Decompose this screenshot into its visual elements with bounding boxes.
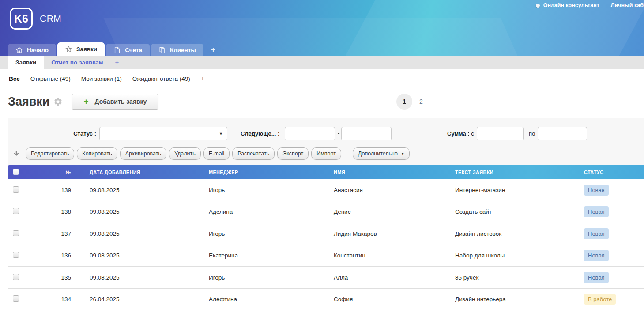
delete-button[interactable]: Удалить: [169, 147, 201, 160]
row-checkbox[interactable]: [13, 295, 19, 302]
add-view-filter-button[interactable]: +: [201, 75, 204, 82]
table-row[interactable]: 13609.08.2025ЕкатеринаКонстантинНабор дл…: [8, 245, 644, 267]
sum-from-word: с: [471, 130, 474, 137]
view-filter-open[interactable]: Открытые (49): [30, 76, 71, 82]
brand-name: CRM: [40, 13, 61, 24]
sum-to-word: по: [529, 130, 535, 138]
next-from-input[interactable]: [285, 127, 335, 140]
online-status-dot: [536, 4, 540, 8]
tab-label: Клиенты: [170, 47, 196, 53]
add-request-button[interactable]: + Добавить заявку: [72, 94, 158, 110]
new-tab-button[interactable]: +: [205, 45, 222, 56]
request-status-cell: Новая: [584, 185, 644, 196]
request-manager: Игорь: [209, 231, 334, 237]
tab-label: Заявки: [76, 46, 97, 53]
personal-account-link[interactable]: Личный кабинет: [611, 2, 644, 8]
status-filter-label: Статус :: [66, 130, 96, 138]
table-row[interactable]: 13709.08.2025ИгорьЛидия МакаровДизайн ли…: [8, 223, 644, 245]
table-row[interactable]: 13909.08.2025ИгорьАнастасияИнтернет-мага…: [8, 179, 644, 201]
sum-from-input[interactable]: [477, 127, 524, 140]
column-header-2: ДАТА ДОБАВЛЕНИЯ: [76, 170, 209, 175]
row-checkbox[interactable]: [13, 186, 19, 193]
edit-button[interactable]: Редактировать: [26, 147, 74, 160]
view-filter-all[interactable]: Все: [9, 76, 20, 82]
more-actions-label: Дополнительно: [358, 151, 398, 157]
online-consultant-link[interactable]: Онлайн консультант: [536, 2, 599, 8]
request-text: 85 ручек: [455, 274, 584, 281]
table-row[interactable]: 13426.04.2025АлефтинаСофияДизайн интерье…: [8, 289, 644, 310]
request-name: София: [334, 296, 455, 302]
column-header-4: ИМЯ: [334, 170, 455, 175]
request-number: 135: [34, 274, 76, 281]
request-date: 09.08.2025: [76, 231, 209, 237]
app-header: K6 CRM Онлайн консультант Личный кабинет…: [0, 0, 644, 56]
star-icon: [65, 45, 72, 53]
title-row: Заявки + Добавить заявку 12: [0, 92, 644, 111]
status-badge: В работе: [584, 294, 616, 305]
pagination: 12: [396, 92, 423, 111]
request-status-cell: Новая: [584, 272, 644, 283]
main-tabs: НачалоЗаявкиСчетаКлиенты+: [8, 42, 222, 56]
requests-table: №ДАТА ДОБАВЛЕНИЯМЕНЕДЖЕРИМЯТЕКСТ ЗАЯВКИС…: [8, 165, 644, 310]
tab-start[interactable]: Начало: [8, 44, 56, 56]
request-manager: Алефтина: [209, 296, 334, 302]
request-status-cell: Новая: [584, 250, 644, 261]
email-button[interactable]: E-mail: [203, 147, 230, 160]
app-logo: K6 CRM: [10, 8, 61, 30]
tab-invoices[interactable]: Счета: [106, 44, 150, 56]
tab-clients[interactable]: Клиенты: [151, 44, 203, 56]
view-filter-awaiting[interactable]: Ожидают ответа (49): [132, 76, 190, 82]
row-checkbox[interactable]: [13, 208, 19, 214]
table-row[interactable]: 13809.08.2025АделинаДенисСоздать сайтНов…: [8, 201, 644, 223]
request-date: 09.08.2025: [76, 274, 209, 281]
copy-button[interactable]: Копировать: [77, 147, 117, 160]
request-text: Дизайн листовок: [455, 231, 584, 237]
import-button[interactable]: Импорт: [311, 147, 341, 160]
sub-tab-requests-report[interactable]: Отчет по заявкам: [44, 56, 110, 69]
export-button[interactable]: Экспорт: [277, 147, 309, 160]
column-header-3: МЕНЕДЖЕР: [209, 170, 334, 175]
row-checkbox-cell: [8, 208, 34, 215]
status-badge: Новая: [584, 272, 609, 283]
request-number: 134: [34, 296, 76, 302]
page-title: Заявки: [8, 95, 49, 109]
request-number: 138: [34, 208, 76, 215]
request-name: Лидия Макаров: [334, 231, 455, 237]
sum-to-input[interactable]: [538, 127, 587, 140]
request-date: 09.08.2025: [76, 208, 209, 215]
request-number: 139: [34, 187, 76, 193]
status-select[interactable]: ▼: [99, 127, 227, 140]
new-sub-tab-button[interactable]: +: [110, 56, 123, 69]
print-button[interactable]: Распечатать: [232, 147, 275, 160]
caret-down-icon: ▼: [401, 151, 404, 156]
chevron-down-icon: ▼: [219, 132, 223, 136]
request-manager: Игорь: [209, 274, 334, 281]
row-checkbox[interactable]: [13, 230, 19, 236]
request-status-cell: В работе: [584, 294, 644, 305]
row-checkbox-cell: [8, 274, 34, 281]
request-manager: Аделина: [209, 208, 334, 215]
view-filter-my[interactable]: Мои заявки (1): [81, 76, 122, 82]
request-name: Денис: [334, 208, 455, 215]
gear-icon[interactable]: [53, 97, 63, 106]
select-all-checkbox[interactable]: [13, 169, 19, 175]
range-separator: -: [338, 130, 339, 136]
request-manager: Игорь: [209, 187, 334, 193]
table-row[interactable]: 13509.08.2025ИгорьАлла85 ручекНовая: [8, 267, 644, 289]
header-checkbox-cell: [8, 169, 34, 176]
row-checkbox[interactable]: [13, 274, 19, 280]
archive-button[interactable]: Архивировать: [120, 147, 166, 160]
sub-tab-requests[interactable]: Заявки: [8, 56, 44, 69]
sum-filter-label: Сумма : с: [447, 130, 474, 138]
next-to-input[interactable]: [341, 127, 392, 140]
add-request-label: Добавить заявку: [95, 98, 147, 105]
row-checkbox-cell: [8, 252, 34, 259]
page-2[interactable]: 2: [419, 98, 423, 105]
row-checkbox[interactable]: [13, 252, 19, 258]
tab-requests[interactable]: Заявки: [57, 42, 105, 56]
download-arrow-icon[interactable]: [13, 150, 20, 157]
plus-icon: +: [83, 98, 88, 105]
page-1[interactable]: 1: [396, 94, 412, 110]
more-actions-button[interactable]: Дополнительно▼: [353, 147, 410, 160]
request-number: 137: [34, 231, 76, 237]
